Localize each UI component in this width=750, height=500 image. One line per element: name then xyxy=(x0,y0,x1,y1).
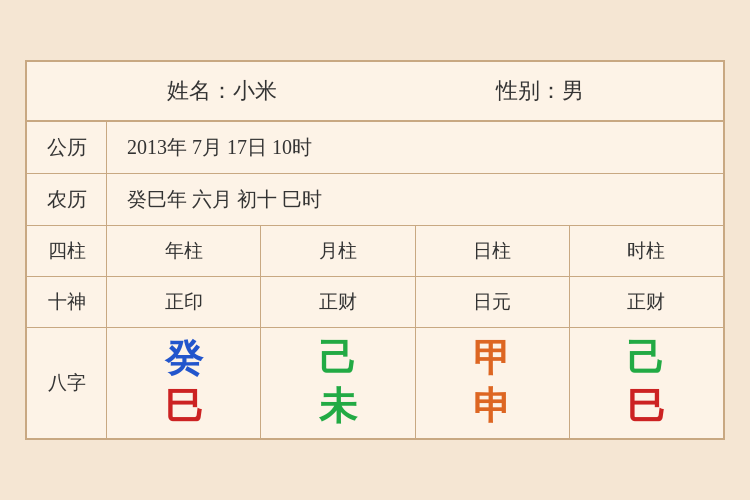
bazi-day-bottom: 申 xyxy=(473,386,511,428)
bazi-month-top: 己 xyxy=(319,338,357,380)
header-row: 姓名：小米 性别：男 xyxy=(27,62,723,122)
bazi-hour-bottom: 巳 xyxy=(627,386,665,428)
month-column-header: 月柱 xyxy=(261,226,415,276)
bazi-hour-cell: 己 巳 xyxy=(570,328,723,438)
year-column-header: 年柱 xyxy=(107,226,261,276)
bazi-year-bottom: 巳 xyxy=(165,386,203,428)
bazi-month-cell: 己 未 xyxy=(261,328,415,438)
gender-label: 性别：男 xyxy=(496,76,584,106)
solar-label: 公历 xyxy=(27,122,107,173)
bazi-day-cell: 甲 申 xyxy=(416,328,570,438)
shishen-row: 十神 正印 正财 日元 正财 xyxy=(27,277,723,328)
columns-header-row: 四柱 年柱 月柱 日柱 时柱 xyxy=(27,226,723,277)
bazi-row: 八字 癸 巳 己 未 甲 申 己 巳 xyxy=(27,328,723,438)
shishen-day: 日元 xyxy=(416,277,570,327)
lunar-value: 癸巳年 六月 初十 巳时 xyxy=(107,174,723,225)
lunar-label: 农历 xyxy=(27,174,107,225)
name-label: 姓名：小米 xyxy=(167,76,277,106)
shishen-month: 正财 xyxy=(261,277,415,327)
shishen-hour: 正财 xyxy=(570,277,723,327)
bazi-year-top: 癸 xyxy=(165,338,203,380)
main-container: 姓名：小米 性别：男 公历 2013年 7月 17日 10时 农历 癸巳年 六月… xyxy=(25,60,725,440)
bazi-year-cell: 癸 巳 xyxy=(107,328,261,438)
bazi-month-bottom: 未 xyxy=(319,386,357,428)
shishen-label: 十神 xyxy=(27,277,107,327)
lunar-row: 农历 癸巳年 六月 初十 巳时 xyxy=(27,174,723,226)
shishen-year: 正印 xyxy=(107,277,261,327)
day-column-header: 日柱 xyxy=(416,226,570,276)
sizhu-label: 四柱 xyxy=(27,226,107,276)
hour-column-header: 时柱 xyxy=(570,226,723,276)
bazi-day-top: 甲 xyxy=(473,338,511,380)
bazi-label: 八字 xyxy=(27,328,107,438)
solar-row: 公历 2013年 7月 17日 10时 xyxy=(27,122,723,174)
bazi-hour-top: 己 xyxy=(627,338,665,380)
solar-value: 2013年 7月 17日 10时 xyxy=(107,122,723,173)
